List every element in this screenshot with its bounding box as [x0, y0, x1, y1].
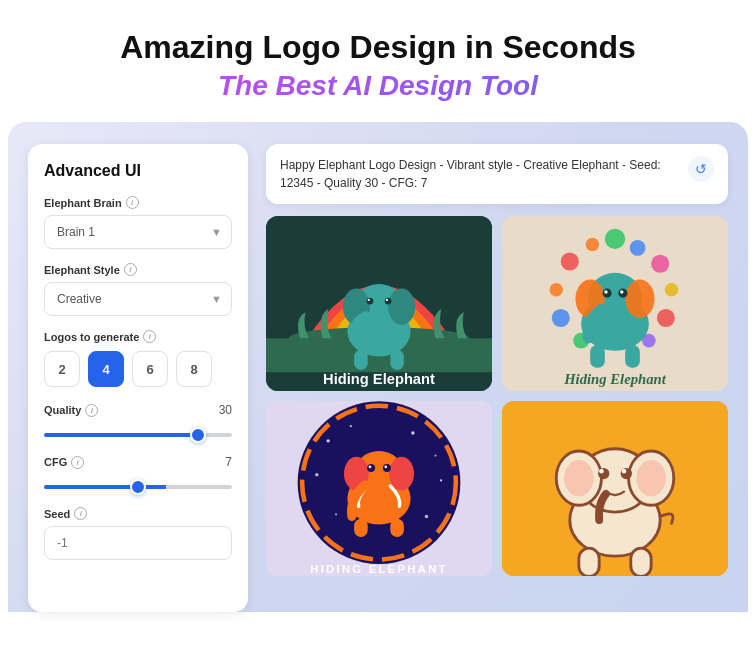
num-btn-6[interactable]: 6 [132, 351, 168, 387]
seed-label: Seed i [44, 507, 232, 520]
svg-text:Hiding Elephant: Hiding Elephant [563, 371, 667, 387]
logos-info-icon[interactable]: i [143, 330, 156, 343]
main-title: Amazing Logo Design in Seconds [20, 28, 736, 66]
cfg-value: 7 [225, 455, 232, 469]
cfg-slider-header: CFG i 7 [44, 455, 232, 469]
quality-slider[interactable] [44, 433, 232, 437]
logo-card-3[interactable]: HIDING ELEPHANT [266, 401, 492, 576]
svg-point-31 [625, 280, 654, 318]
cfg-slider-row: CFG i 7 [44, 455, 232, 493]
brain-select[interactable]: Brain 1 Brain 2 Brain 3 [44, 215, 232, 249]
refresh-button[interactable]: ↺ [688, 156, 714, 182]
style-select-wrapper: Creative Minimal Vibrant ▼ [44, 282, 232, 316]
logo-svg-4 [502, 401, 728, 576]
svg-rect-11 [354, 350, 368, 370]
svg-point-23 [657, 309, 675, 327]
svg-point-44 [411, 431, 414, 434]
svg-point-55 [367, 464, 375, 472]
svg-point-48 [335, 513, 337, 515]
logo-card-4[interactable] [502, 401, 728, 576]
svg-point-69 [598, 468, 609, 479]
logo-svg-2: Hiding Elephant HIDING ELEPHANT [502, 216, 728, 391]
svg-point-8 [385, 298, 392, 305]
svg-rect-59 [354, 519, 368, 537]
style-label: Elephant Style i [44, 263, 232, 276]
svg-rect-36 [590, 345, 605, 368]
svg-point-10 [386, 299, 388, 301]
svg-point-26 [552, 309, 570, 327]
svg-point-7 [367, 298, 374, 305]
sub-title: The Best AI Design Tool [20, 70, 736, 102]
main-area: Advanced UI Elephant Brain i Brain 1 Bra… [8, 122, 748, 612]
cfg-slider[interactable] [44, 485, 232, 489]
svg-point-58 [384, 465, 387, 468]
quality-info-icon[interactable]: i [85, 404, 98, 417]
seed-input[interactable] [44, 526, 232, 560]
cfg-label: CFG i [44, 456, 84, 469]
svg-rect-60 [390, 519, 404, 537]
svg-rect-74 [631, 548, 651, 576]
logo-svg-1: Hiding Elephant ELLPHANT [266, 216, 492, 391]
quality-value: 30 [219, 403, 232, 417]
num-btn-2[interactable]: 2 [44, 351, 80, 387]
svg-point-70 [621, 468, 632, 479]
svg-text:HIDING ELEPHANT: HIDING ELEPHANT [565, 389, 665, 391]
brain-select-wrapper: Brain 1 Brain 2 Brain 3 ▼ [44, 215, 232, 249]
num-btn-4[interactable]: 4 [88, 351, 124, 387]
svg-point-71 [599, 469, 604, 474]
quality-slider-header: Quality i 30 [44, 403, 232, 417]
num-btn-8[interactable]: 8 [176, 351, 212, 387]
logo-card-2[interactable]: Hiding Elephant HIDING ELEPHANT [502, 216, 728, 391]
svg-point-57 [369, 465, 372, 468]
svg-point-35 [620, 290, 623, 293]
prompt-text: Happy Elephant Logo Design - Vibrant sty… [280, 156, 678, 192]
svg-point-21 [651, 255, 669, 273]
svg-point-49 [425, 515, 428, 518]
svg-point-43 [350, 425, 352, 427]
style-info-icon[interactable]: i [124, 263, 137, 276]
right-panel: Happy Elephant Logo Design - Vibrant sty… [266, 144, 728, 612]
left-panel: Advanced UI Elephant Brain i Brain 1 Bra… [28, 144, 248, 612]
seed-info-icon[interactable]: i [74, 507, 87, 520]
brain-label: Elephant Brain i [44, 196, 232, 209]
prompt-bar: Happy Elephant Logo Design - Vibrant sty… [266, 144, 728, 204]
logos-label: Logos to generate i [44, 330, 232, 343]
svg-point-45 [434, 454, 436, 456]
header-section: Amazing Logo Design in Seconds The Best … [0, 0, 756, 122]
svg-point-54 [389, 457, 414, 491]
svg-point-34 [604, 290, 607, 293]
svg-text:Hiding Elephant: Hiding Elephant [323, 371, 435, 387]
svg-point-47 [440, 479, 442, 481]
svg-point-9 [368, 299, 370, 301]
svg-rect-37 [625, 345, 640, 368]
svg-point-19 [605, 229, 625, 249]
svg-rect-12 [390, 350, 404, 370]
number-buttons: 2 4 6 8 [44, 351, 232, 387]
svg-point-56 [383, 464, 391, 472]
svg-point-17 [561, 252, 579, 270]
quality-slider-row: Quality i 30 [44, 403, 232, 441]
logo-card-1[interactable]: Hiding Elephant ELLPHANT [266, 216, 492, 391]
svg-text:HIDING ELEPHANT: HIDING ELEPHANT [310, 563, 447, 575]
svg-point-42 [326, 439, 329, 442]
svg-point-22 [665, 283, 679, 297]
svg-point-46 [315, 473, 318, 476]
style-select[interactable]: Creative Minimal Vibrant [44, 282, 232, 316]
brain-info-icon[interactable]: i [126, 196, 139, 209]
svg-point-67 [564, 460, 593, 496]
logo-grid: Hiding Elephant ELLPHANT [266, 216, 728, 576]
quality-label: Quality i [44, 404, 98, 417]
logo-svg-3: HIDING ELEPHANT [266, 401, 492, 576]
svg-point-20 [630, 240, 646, 256]
svg-text:ELLPHANT: ELLPHANT [345, 390, 413, 391]
svg-point-6 [388, 289, 415, 325]
seed-field: Seed i [44, 507, 232, 560]
svg-point-68 [636, 460, 665, 496]
svg-point-27 [549, 283, 563, 297]
svg-point-72 [622, 469, 627, 474]
cfg-info-icon[interactable]: i [71, 456, 84, 469]
svg-rect-73 [579, 548, 599, 576]
panel-title: Advanced UI [44, 162, 232, 180]
svg-point-18 [586, 238, 600, 252]
